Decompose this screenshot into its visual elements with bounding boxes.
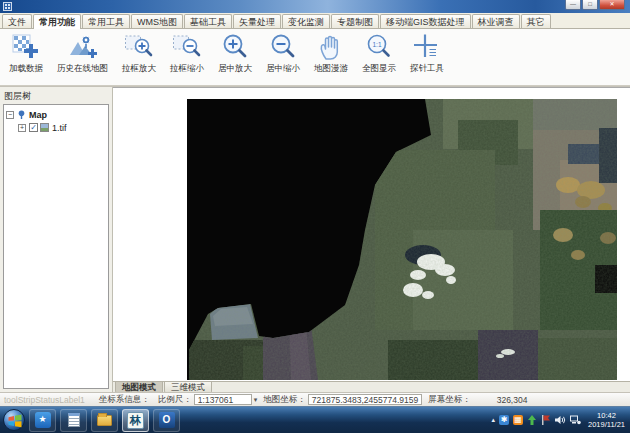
- application-window: — □ ✕ 文件 常用功能 常用工具 WMS地图 基础工具 矢量处理 变化监测 …: [0, 0, 630, 433]
- full-extent-icon-text: 1:1: [372, 41, 381, 48]
- box-zoom-in-icon: [124, 33, 154, 61]
- ribbon-tab-strip: 文件 常用功能 常用工具 WMS地图 基础工具 矢量处理 变化监测 专题制图 移…: [0, 13, 630, 29]
- start-button[interactable]: [3, 409, 25, 431]
- center-zoom-out-icon: [268, 33, 298, 61]
- tab-basic-tools[interactable]: 基础工具: [184, 14, 232, 28]
- tab-change-monitoring[interactable]: 变化监测: [282, 14, 330, 28]
- tool-label: 全图显示: [362, 63, 396, 75]
- circle-app-icon: O: [159, 412, 175, 428]
- tray-security-icon[interactable]: ✱: [499, 415, 509, 425]
- tool-label: 拉框放大: [122, 63, 156, 75]
- tray-update-icon[interactable]: [527, 415, 537, 425]
- map-node-label: Map: [29, 110, 47, 120]
- app-logo-icon: [3, 2, 12, 11]
- probe-crosshair-icon: [412, 33, 442, 61]
- title-bar: — □ ✕: [0, 0, 630, 13]
- tool-label: 地图漫游: [314, 63, 348, 75]
- tab-common-tools[interactable]: 常用工具: [82, 14, 130, 28]
- expand-icon[interactable]: +: [18, 124, 26, 132]
- star-app-icon: ★: [35, 412, 51, 428]
- show-hidden-icons-button[interactable]: ▴: [492, 416, 496, 424]
- center-zoom-out-button[interactable]: 居中缩小: [259, 31, 307, 76]
- notepad-app-icon: [68, 413, 80, 427]
- taskbar-app-forestry-gis[interactable]: 林: [122, 409, 149, 432]
- scale-input[interactable]: 1:137061: [194, 394, 252, 405]
- tab-vector-processing[interactable]: 矢量处理: [233, 14, 281, 28]
- tree-node-layer[interactable]: + ✓ 1.tif: [6, 121, 106, 134]
- tool-label: 拉框缩小: [170, 63, 204, 75]
- history-online-map-button[interactable]: 历史在线地图: [50, 31, 115, 76]
- maximize-button[interactable]: □: [582, 0, 598, 10]
- system-tray: ▴ ✱ ▦ 10:42 2019/11/21: [492, 411, 630, 429]
- status-bar: toolStripStatusLabel1 坐标系信息： 比例尺： 1:1370…: [0, 392, 630, 406]
- coord-sys-label: 坐标系信息：: [99, 394, 150, 406]
- tray-flag-icon[interactable]: [541, 415, 551, 425]
- windows-taskbar: ★ 林 O ▴ ✱ ▦: [0, 406, 630, 433]
- tray-grid-app-icon[interactable]: ▦: [513, 415, 523, 425]
- tree-node-map[interactable]: − Map: [6, 108, 106, 121]
- clock-date: 2019/11/21: [588, 420, 625, 429]
- tool-label: 加载数据: [9, 63, 43, 75]
- pan-button[interactable]: 地图漫游: [307, 31, 355, 76]
- screen-coord-value: 326,304: [497, 395, 528, 405]
- tab-file[interactable]: 文件: [2, 14, 32, 28]
- center-zoom-in-button[interactable]: 居中放大: [211, 31, 259, 76]
- windows-flag-icon: [8, 414, 22, 428]
- tab-other[interactable]: 其它: [521, 14, 551, 28]
- tool-label: 探针工具: [410, 63, 444, 75]
- status-placeholder-label: toolStripStatusLabel1: [4, 395, 85, 405]
- raster-thumbnail-icon: [40, 123, 49, 132]
- box-zoom-out-icon: [172, 33, 202, 61]
- tab-wms-map[interactable]: WMS地图: [131, 14, 183, 28]
- map-coord-label: 地图坐标：: [263, 394, 306, 406]
- history-online-map-icon: [68, 33, 98, 61]
- box-zoom-out-button[interactable]: 拉框缩小: [163, 31, 211, 76]
- layer-panel-title: 图层树: [0, 87, 112, 105]
- center-zoom-in-icon: [220, 33, 250, 61]
- tool-label: 居中缩小: [266, 63, 300, 75]
- load-data-button[interactable]: 加载数据: [2, 31, 50, 76]
- pan-hand-icon: [316, 33, 346, 61]
- map-node-icon: [17, 110, 26, 119]
- box-zoom-in-button[interactable]: 拉框放大: [115, 31, 163, 76]
- probe-tool-button[interactable]: 探针工具: [403, 31, 451, 76]
- screen-coord-label: 屏幕坐标：: [428, 394, 471, 406]
- full-extent-button[interactable]: 1:1 全图显示: [355, 31, 403, 76]
- taskbar-app-notepad[interactable]: [60, 409, 87, 432]
- satellite-imagery: [113, 88, 630, 382]
- taskbar-app-folder[interactable]: [91, 409, 118, 432]
- taskbar-app-circle[interactable]: O: [153, 409, 180, 432]
- folder-app-icon: [97, 415, 112, 426]
- taskbar-app-star[interactable]: ★: [29, 409, 56, 432]
- minimize-button[interactable]: —: [565, 0, 581, 10]
- tab-mobile-gis-data[interactable]: 移动端GIS数据处理: [380, 14, 471, 28]
- forestry-app-icon: 林: [127, 412, 144, 429]
- load-data-icon: [11, 33, 41, 61]
- taskbar-clock[interactable]: 10:42 2019/11/21: [588, 411, 625, 429]
- tool-label: 居中放大: [218, 63, 252, 75]
- full-extent-icon: 1:1: [364, 33, 394, 61]
- clock-time: 10:42: [588, 411, 625, 420]
- volume-icon[interactable]: [555, 415, 566, 425]
- tab-common-functions[interactable]: 常用功能: [33, 14, 81, 29]
- collapse-icon[interactable]: −: [6, 111, 14, 119]
- scale-label: 比例尺：: [158, 394, 192, 406]
- network-icon[interactable]: [570, 415, 581, 425]
- tab-forestry-survey[interactable]: 林业调查: [472, 14, 520, 28]
- close-button[interactable]: ✕: [599, 0, 625, 10]
- tab-thematic-mapping[interactable]: 专题制图: [331, 14, 379, 28]
- main-area: 图层树 − Map + ✓ 1.tif: [0, 86, 630, 392]
- layer-node-label: 1.tif: [52, 123, 67, 133]
- tool-label: 历史在线地图: [57, 63, 108, 75]
- layer-visibility-checkbox[interactable]: ✓: [29, 123, 38, 132]
- toolbar: 加载数据 历史在线地图 拉框放大: [0, 29, 630, 86]
- scale-dropdown-icon[interactable]: ▾: [254, 396, 258, 404]
- layer-tree: − Map + ✓ 1.tif: [3, 104, 109, 389]
- map-coord-value: 721875.3483,2455774.9159: [308, 394, 422, 405]
- map-canvas[interactable]: [113, 87, 630, 381]
- layer-tree-panel: 图层树 − Map + ✓ 1.tif: [0, 87, 113, 393]
